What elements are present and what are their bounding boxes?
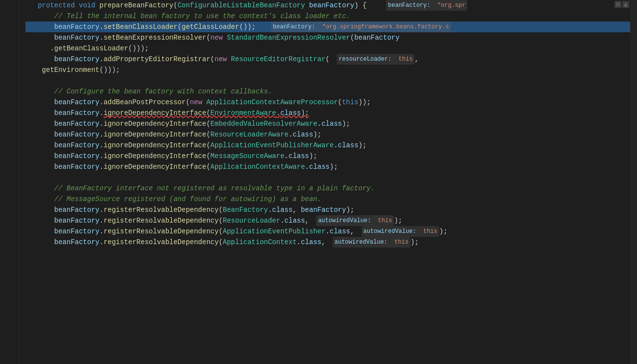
comment-tell-internal: // Tell the internal bean factory to use… [54, 11, 350, 22]
line-num-10 [0, 97, 15, 108]
kw-this-9: this [342, 97, 359, 108]
code-line-11: beanFactory . ignoreDependencyInterface … [25, 118, 637, 129]
line-num-21 [0, 215, 15, 226]
param-beanFactory: beanFactory [309, 0, 354, 11]
method-ignoreDependency-11: ignoreDependencyInterface [104, 118, 206, 129]
type-AppContextAwareProcessor: ApplicationContextAwareProcessor [206, 97, 338, 108]
type-EmbeddedValueResolverAware: EmbeddedValueResolverAware [210, 118, 317, 129]
inlay-hint-21: autowiredValue: this [333, 237, 410, 248]
code-line-5: .getBeanClassLoader ())); [25, 43, 637, 54]
code-line-17: // MessageSource registered (and found f… [25, 194, 637, 205]
type-ResourceLoaderAware: ResourceLoaderAware [210, 129, 289, 140]
method-registerResolvable-21: registerResolvableDependency [104, 237, 219, 248]
code-content[interactable]: protected void prepareBeanFactory ( Conf… [20, 0, 637, 364]
kw-protected: protected [38, 0, 75, 11]
kw-new-6: new [214, 54, 227, 65]
obj-beanFactory-4: beanFactory [54, 32, 99, 43]
line-num-32 [0, 334, 15, 344]
code-line-19: beanFactory . registerResolvableDependen… [25, 215, 637, 226]
method-addPropertyEditorRegistrar: addPropertyEditorRegistrar [104, 54, 210, 65]
code-line-21: beanFactory . registerResolvableDependen… [25, 237, 637, 248]
kw-void: void [79, 0, 95, 11]
code-line-14: beanFactory . ignoreDependencyInterface … [25, 151, 637, 161]
field-class-14: class [289, 151, 309, 161]
empty-line-2 [25, 172, 637, 183]
line-num-16 [0, 161, 15, 172]
code-line-20: beanFactory . registerResolvableDependen… [25, 226, 637, 237]
line-num-9 [0, 86, 15, 97]
type-ConfigurableListable: ConfigurableListableBeanFactory [178, 0, 305, 11]
line-num-31 [0, 323, 15, 334]
line-num-17 [0, 172, 15, 183]
line-num-26 [0, 269, 15, 280]
field-class-20: class [330, 226, 350, 237]
line-num-19 [0, 194, 15, 205]
inlay-hint-6: resourceLoader: this [337, 54, 414, 65]
code-line-16: // BeanFactory interface not registered … [25, 183, 637, 194]
type-AppContextAware: ApplicationContextAware [210, 161, 305, 172]
method-ignoreDependency-15: ignoreDependencyInterface [104, 161, 206, 172]
field-class-21: class [301, 237, 321, 248]
field-class-15: class [309, 161, 330, 172]
type-ResourceLoader-19: ResourceLoader [223, 215, 280, 226]
method-setBeanClassLoader: setBeanClassLoader [104, 22, 178, 32]
line-num-1 [0, 0, 15, 11]
obj-beanFactory-9: beanFactory [54, 97, 99, 108]
code-line-10: beanFactory . ignoreDependencyInterface … [25, 108, 637, 118]
method-registerResolvable-20: registerResolvableDependency [104, 226, 219, 237]
code-line-4: beanFactory . setBeanExpressionResolver … [25, 32, 637, 43]
inlay-hint-20: autowiredValue: this [362, 226, 439, 237]
method-ignoreDependency-12: ignoreDependencyInterface [104, 129, 206, 140]
line-num-20 [0, 205, 15, 215]
line-num-18 [0, 183, 15, 194]
code-line-12: beanFactory . ignoreDependencyInterface … [25, 129, 637, 140]
field-class-19: class [284, 215, 305, 226]
code-line-15: beanFactory . ignoreDependencyInterface … [25, 161, 637, 172]
code-line-1: protected void prepareBeanFactory ( Conf… [25, 0, 637, 11]
code-line-13: beanFactory . ignoreDependencyInterface … [25, 140, 637, 151]
line-numbers [0, 0, 20, 364]
method-registerResolvable-19: registerResolvableDependency [104, 215, 219, 226]
method-ignoreDependency-13: ignoreDependencyInterface [104, 140, 206, 151]
type-StandardBeanExpression: StandardBeanExpressionResolver [227, 32, 350, 43]
comment-configure: // Configure the bean factory with conte… [54, 86, 272, 97]
field-class-10: class [280, 109, 301, 117]
line-num-13 [0, 129, 15, 140]
type-AppContext-21: ApplicationContext [223, 237, 296, 248]
obj-beanFactory-3: beanFactory [54, 22, 99, 32]
code-line-18: beanFactory . registerResolvableDependen… [25, 205, 637, 215]
param-beanFactory-18: beanFactory [301, 205, 346, 215]
method-ignoreDependency-14: ignoreDependencyInterface [104, 151, 206, 161]
type-ResourceEditorRegistrar: ResourceEditorRegistrar [231, 54, 325, 65]
field-class-18: class [272, 205, 293, 215]
method-getBeanClassLoader: .getBeanClassLoader [50, 43, 128, 54]
code-area: protected void prepareBeanFactory ( Conf… [0, 0, 637, 364]
line-num-14 [0, 140, 15, 151]
kw-new-9: new [190, 97, 202, 108]
line-num-3 [0, 22, 15, 32]
line-num-30 [0, 312, 15, 323]
line-num-28 [0, 291, 15, 301]
line-num-29 [0, 301, 15, 312]
line-num-4 [0, 32, 15, 43]
line-num-27 [0, 280, 15, 291]
empty-line-1 [25, 75, 637, 86]
type-AppEventPublisherAware: ApplicationEventPublisherAware [210, 140, 334, 151]
inlay-hint-19: autowiredValue: this [316, 215, 394, 226]
code-line-6: beanFactory . addPropertyEditorRegistrar… [25, 54, 637, 65]
inlay-hint-1: beanFactory: "org.spr [386, 0, 467, 11]
code-line-2: // Tell the internal bean factory to use… [25, 11, 637, 22]
line-num-24 [0, 248, 15, 258]
line-num-7 [0, 65, 15, 75]
method-prepareBeanFactory: prepareBeanFactory [99, 0, 173, 11]
field-class-11: class [321, 118, 342, 129]
code-line-7: getEnvironment ())); [25, 65, 637, 75]
method-getEnvironment: getEnvironment [42, 65, 100, 75]
kw-new-4: new [210, 32, 223, 43]
comment-beanfactory-interface: // BeanFactory interface not registered … [54, 183, 375, 194]
type-MessageSourceAware: MessageSourceAware [210, 151, 284, 161]
param-beanFactory-4: beanFactory [354, 32, 399, 43]
line-num-6 [0, 54, 15, 65]
vertical-scrollbar[interactable] [630, 0, 637, 364]
comment-messagesource: // MessageSource registered (and found f… [54, 194, 321, 205]
